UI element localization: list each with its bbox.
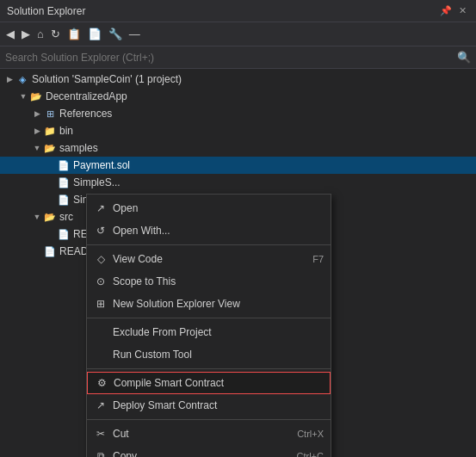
- menu-item-scope[interactable]: ⊙ Scope to This: [87, 270, 331, 293]
- toolbar: ◀ ▶ ⌂ ↻ 📋 📄 🔧 —: [0, 22, 476, 46]
- solution-explorer-panel: Solution Explorer 📌 ✕ ◀ ▶ ⌂ ↻ 📋 📄 🔧 — 🔍 …: [0, 0, 476, 457]
- menu-item-open-with[interactable]: ↺ Open With...: [87, 219, 331, 242]
- title-bar-left: Solution Explorer: [7, 5, 85, 17]
- shortcut-label: Ctrl+X: [297, 429, 324, 439]
- menu-item-label: Exclude From Project: [113, 326, 324, 338]
- redo-icon: ↺: [94, 224, 108, 238]
- title-bar: Solution Explorer 📌 ✕: [0, 0, 476, 22]
- menu-item-deploy[interactable]: ↗ Deploy Smart Contract: [87, 394, 331, 417]
- exclude-icon: [94, 325, 108, 339]
- settings-button[interactable]: 🔧: [106, 26, 125, 42]
- deploy-icon: ↗: [94, 398, 108, 412]
- panel-title: Solution Explorer: [7, 5, 85, 17]
- search-icon[interactable]: 🔍: [457, 51, 471, 64]
- refresh-button[interactable]: ↻: [48, 26, 63, 42]
- search-bar: 🔍: [0, 46, 476, 69]
- menu-item-label: Open With...: [113, 225, 324, 237]
- menu-item-copy[interactable]: ⧉ Copy Ctrl+C: [87, 445, 331, 457]
- forward-button[interactable]: ▶: [19, 26, 33, 42]
- menu-item-label: Scope to This: [113, 275, 324, 287]
- pin-icon[interactable]: 📌: [437, 4, 454, 17]
- menu-item-label: Open: [113, 202, 324, 214]
- menu-item-cut[interactable]: ✂ Cut Ctrl+X: [87, 423, 331, 445]
- open-icon: ↗: [94, 201, 108, 215]
- newview-icon: ⊞: [94, 297, 108, 311]
- context-menu: ↗ Open ↺ Open With... ◇ View Code F7: [86, 194, 331, 457]
- back-button[interactable]: ◀: [3, 26, 17, 42]
- menu-item-label: Deploy Smart Contract: [113, 399, 324, 411]
- menu-item-label: Copy: [113, 450, 292, 457]
- tree-area[interactable]: ▶ ◈ Solution 'SampleCoin' (1 project) ▼ …: [0, 69, 476, 457]
- viewcode-icon: ◇: [94, 252, 108, 266]
- menu-item-label: New Solution Explorer View: [113, 298, 324, 310]
- title-bar-icons: 📌 ✕: [437, 4, 469, 17]
- menu-item-label: Compile Smart Contract: [114, 377, 323, 389]
- menu-separator: [87, 244, 331, 245]
- home-button[interactable]: ⌂: [34, 26, 46, 42]
- menu-item-run-custom[interactable]: Run Custom Tool: [87, 343, 331, 366]
- run-custom-icon: [94, 348, 108, 361]
- menu-item-view-code[interactable]: ◇ View Code F7: [87, 248, 331, 270]
- context-menu-overlay: ↗ Open ↺ Open With... ◇ View Code F7: [0, 69, 476, 457]
- menu-item-new-view[interactable]: ⊞ New Solution Explorer View: [87, 293, 331, 315]
- menu-item-label: View Code: [113, 253, 307, 265]
- menu-separator: [87, 368, 331, 369]
- menu-item-exclude[interactable]: Exclude From Project: [87, 321, 331, 343]
- menu-separator: [87, 318, 331, 318]
- collapse-button[interactable]: —: [127, 26, 143, 42]
- shortcut-label: Ctrl+C: [297, 451, 324, 457]
- menu-item-compile[interactable]: ⚙ Compile Smart Contract: [87, 372, 331, 394]
- menu-item-label: Cut: [113, 428, 292, 440]
- menu-separator: [87, 419, 331, 420]
- shortcut-label: F7: [312, 254, 324, 264]
- search-input[interactable]: [5, 52, 457, 64]
- close-icon[interactable]: ✕: [456, 4, 469, 17]
- copy-button[interactable]: 📋: [65, 26, 83, 42]
- copy-icon: ⧉: [94, 449, 108, 457]
- file-button[interactable]: 📄: [85, 26, 104, 42]
- scope-icon: ⊙: [94, 275, 108, 288]
- menu-item-label: Run Custom Tool: [113, 349, 324, 361]
- menu-item-open[interactable]: ↗ Open: [87, 197, 331, 219]
- cut-icon: ✂: [94, 427, 108, 441]
- compile-icon: ⚙: [95, 376, 108, 390]
